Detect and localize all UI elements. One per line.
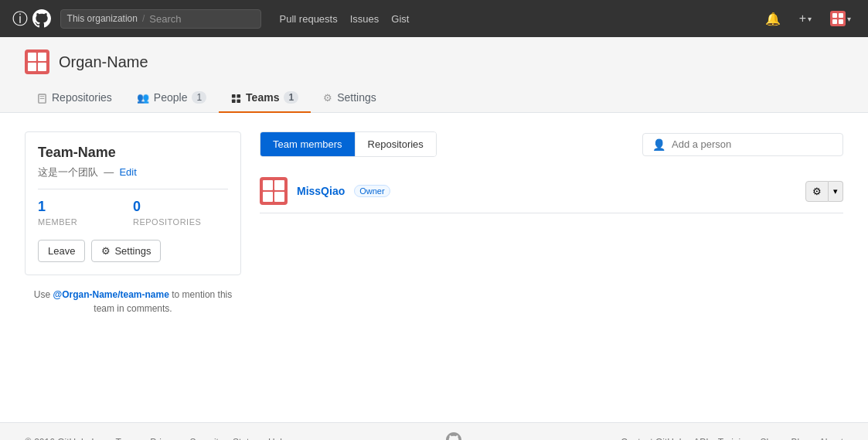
tab-settings-label: Settings (337, 91, 376, 104)
footer-link-training[interactable]: Training (718, 437, 751, 441)
footer-link-help[interactable]: Help (268, 437, 288, 441)
org-name: Organ-Name (59, 53, 148, 71)
member-role-badge: Owner (354, 185, 390, 197)
header-right: 🔔 + ▾ ▾ (761, 8, 856, 29)
team-repo-stat: 0 REPOSITORIES (133, 199, 228, 227)
gist-link[interactable]: Gist (391, 13, 409, 25)
footer-link-privacy[interactable]: Privacy (150, 437, 180, 441)
avatar (830, 11, 846, 26)
tab-teams-count: 1 (284, 91, 298, 104)
svg-rect-2 (832, 19, 837, 24)
team-member-count: 1 (38, 199, 133, 215)
footer-link-contact-github[interactable]: Contact GitHub (621, 437, 684, 441)
member-gear-caret-button[interactable]: ▾ (829, 181, 843, 202)
create-caret-icon: ▾ (808, 15, 812, 23)
user-menu-button[interactable]: ▾ (825, 8, 856, 29)
notifications-button[interactable]: 🔔 (761, 9, 785, 29)
team-stats: 1 MEMBER 0 REPOSITORIES (38, 189, 228, 227)
people-icon: 👥 (137, 92, 149, 104)
user-caret-icon: ▾ (847, 15, 851, 23)
team-card: Team-Name 这是一个团队 — Edit 1 MEMBER 0 REPOS… (25, 131, 241, 275)
issues-link[interactable]: Issues (350, 13, 380, 25)
footer-link-api[interactable]: API (693, 437, 708, 441)
team-settings-label: Settings (114, 245, 151, 257)
footer-link-status[interactable]: Status (233, 437, 259, 441)
left-panel: Team-Name 这是一个团队 — Edit 1 MEMBER 0 REPOS… (25, 131, 241, 404)
team-member-stat: 1 MEMBER (38, 199, 133, 227)
settings-icon: ⚙ (323, 92, 332, 104)
bell-icon: 🔔 (765, 12, 781, 26)
member-avatar (260, 177, 288, 205)
right-top-bar: Team members Repositories 👤 (260, 131, 843, 157)
create-new-button[interactable]: + ▾ (795, 9, 816, 29)
header: ⓘ This organization / Pull requests Issu… (0, 0, 868, 37)
footer-center (288, 432, 621, 440)
tab-teams[interactable]: Teams 1 (219, 84, 311, 113)
person-icon: 👤 (652, 138, 665, 151)
tab-settings[interactable]: ⚙ Settings (311, 84, 389, 113)
svg-rect-9 (232, 99, 236, 103)
footer-link-terms[interactable]: Terms (116, 437, 141, 441)
pull-requests-link[interactable]: Pull requests (280, 13, 338, 25)
team-member-label: MEMBER (38, 217, 77, 227)
svg-rect-8 (237, 94, 241, 97)
svg-rect-1 (839, 13, 843, 18)
team-repo-label: REPOSITORIES (133, 217, 201, 227)
header-nav: Pull requests Issues Gist (280, 13, 410, 25)
tab-repositories-label: Repositories (52, 91, 112, 104)
org-logo-icon (25, 49, 49, 74)
github-logo-icon[interactable]: ⓘ (12, 9, 51, 29)
caret-down-icon: ▾ (833, 186, 838, 196)
tab-people-label: People (154, 91, 188, 104)
member-username[interactable]: MissQiao (297, 185, 345, 197)
team-settings-button[interactable]: ⚙ Settings (91, 240, 161, 262)
gear-icon: ⚙ (101, 245, 111, 257)
team-members-tab-button[interactable]: Team members (260, 132, 355, 156)
add-person-input[interactable] (672, 138, 833, 150)
org-tabs: Repositories 👥 People 1 Teams 1 ⚙ Settin… (25, 84, 843, 112)
svg-rect-7 (232, 94, 236, 97)
team-actions: Leave ⚙ Settings (38, 240, 228, 262)
member-list: MissQiao Owner ⚙ ▾ (260, 169, 843, 213)
svg-rect-0 (832, 13, 837, 18)
mention-info: Use @Organ-Name/team-name to mention thi… (25, 288, 241, 316)
team-repo-count: 0 (133, 199, 228, 215)
tab-repositories[interactable]: Repositories (25, 84, 124, 113)
footer-github-logo-icon (446, 432, 461, 440)
footer-link-about[interactable]: About (819, 437, 843, 441)
mention-handle[interactable]: @Organ-Name/team-name (53, 289, 168, 300)
footer-right: Contact GitHub API Training Shop Blog Ab… (621, 437, 843, 441)
repositories-tab-button[interactable]: Repositories (355, 132, 436, 156)
member-gear-button[interactable]: ⚙ (805, 181, 829, 202)
member-actions: ⚙ ▾ (805, 181, 843, 202)
leave-button[interactable]: Leave (38, 240, 85, 262)
svg-rect-10 (237, 99, 241, 103)
teams-icon (231, 91, 241, 103)
footer: © 2016 GitHub, Inc. Terms Privacy Securi… (0, 422, 868, 440)
org-section: Organ-Name Repositories 👥 People 1 (0, 37, 868, 113)
add-person-field[interactable]: 👤 (642, 133, 843, 156)
footer-link-blog[interactable]: Blog (791, 437, 810, 441)
footer-left: © 2016 GitHub, Inc. Terms Privacy Securi… (25, 437, 288, 441)
team-description-text: 这是一个团队 (38, 166, 98, 178)
footer-link-security[interactable]: Security (190, 437, 223, 441)
org-header: Organ-Name (25, 49, 843, 74)
mention-prefix: Use (34, 289, 50, 300)
team-name: Team-Name (38, 145, 228, 161)
right-panel: Team members Repositories 👤 MissQiao Own… (260, 131, 843, 404)
tab-people[interactable]: 👥 People 1 (124, 84, 219, 113)
search-divider: / (142, 13, 145, 24)
search-input[interactable] (149, 13, 242, 25)
main-content: Team-Name 这是一个团队 — Edit 1 MEMBER 0 REPOS… (0, 113, 868, 422)
team-edit-link[interactable]: Edit (119, 166, 136, 178)
member-gear-button-group: ⚙ ▾ (805, 181, 843, 202)
search-context-label: This organization (67, 13, 138, 24)
search-bar[interactable]: This organization / (60, 9, 261, 29)
copyright-text: © 2016 GitHub, Inc. (25, 437, 107, 441)
svg-rect-3 (839, 19, 843, 24)
tab-people-count: 1 (192, 91, 206, 104)
footer-link-shop[interactable]: Shop (761, 437, 782, 441)
table-row: MissQiao Owner ⚙ ▾ (260, 169, 843, 213)
gear-icon: ⚙ (812, 186, 822, 197)
team-description: 这是一个团队 — Edit (38, 165, 228, 179)
